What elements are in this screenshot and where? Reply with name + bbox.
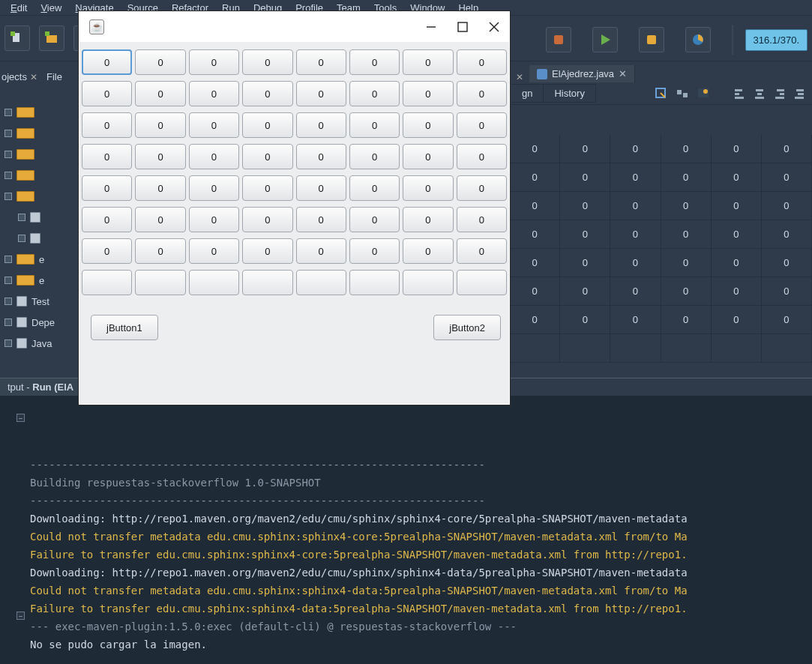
chess-cell-button[interactable]: 0 — [189, 81, 239, 106]
chess-cell-button[interactable]: 0 — [189, 112, 239, 138]
projects-tab-label[interactable]: ojects — [1, 71, 27, 82]
chess-cell-button[interactable]: 0 — [189, 175, 239, 201]
designer-cell[interactable] — [560, 334, 610, 363]
designer-cell[interactable]: 0 — [762, 249, 812, 277]
build-button[interactable] — [546, 27, 571, 52]
designer-cell[interactable]: 0 — [762, 220, 812, 249]
chess-cell-button[interactable]: 0 — [457, 49, 507, 75]
tree-item[interactable]: e — [0, 249, 78, 270]
chess-cell-button[interactable]: 0 — [296, 49, 346, 75]
chess-cell-button[interactable]: 0 — [82, 238, 132, 264]
chess-cell-button[interactable]: 0 — [349, 81, 400, 106]
designer-cell[interactable]: 0 — [661, 135, 712, 163]
expand-toggle-icon[interactable] — [18, 235, 25, 242]
designer-cell[interactable]: 0 — [610, 192, 661, 220]
align-right2-icon[interactable] — [793, 88, 805, 100]
chess-cell-button[interactable]: 0 — [242, 81, 292, 106]
designer-cell[interactable]: 0 — [510, 220, 560, 249]
window-titlebar[interactable]: ☕ — [79, 11, 510, 42]
chess-cell-button[interactable]: 0 — [457, 112, 507, 138]
chess-cell-button[interactable] — [403, 270, 453, 295]
designer-cell[interactable]: 0 — [661, 277, 712, 306]
preview-icon[interactable] — [697, 87, 710, 100]
designer-cell[interactable]: 0 — [510, 192, 560, 220]
designer-cell[interactable]: 0 — [610, 306, 661, 334]
designer-cell[interactable]: 0 — [661, 306, 712, 334]
designer-cell[interactable]: 0 — [610, 277, 661, 306]
chess-cell-button[interactable]: 0 — [403, 49, 453, 75]
chess-cell-button[interactable]: 0 — [82, 81, 132, 106]
chess-cell-button[interactable]: 0 — [242, 144, 292, 169]
designer-cell[interactable]: 0 — [560, 163, 610, 192]
designer-cell[interactable]: 0 — [762, 135, 812, 163]
designer-cell[interactable]: 0 — [560, 135, 610, 163]
minimize-button[interactable] — [426, 22, 436, 32]
chess-cell-button[interactable]: 0 — [189, 144, 239, 169]
designer-cell[interactable]: 0 — [560, 192, 610, 220]
design-view-tab[interactable]: gn — [511, 84, 544, 103]
designer-cell[interactable]: 0 — [510, 135, 560, 163]
chess-cell-button[interactable]: 0 — [349, 49, 400, 75]
chess-cell-button[interactable]: 0 — [242, 175, 292, 201]
tree-item[interactable] — [0, 186, 78, 207]
align-left-icon[interactable] — [734, 88, 746, 100]
expand-toggle-icon[interactable] — [18, 214, 25, 221]
designer-cell[interactable]: 0 — [712, 249, 762, 277]
output-console[interactable]: − − ------------------------------------… — [0, 396, 812, 664]
connection-mode-icon[interactable] — [676, 87, 689, 100]
chess-cell-button[interactable]: 0 — [403, 207, 453, 232]
maximize-button[interactable] — [457, 22, 468, 32]
chess-cell-button[interactable]: 0 — [135, 81, 185, 106]
chess-cell-button[interactable]: 0 — [403, 175, 453, 201]
designer-cell[interactable]: 0 — [560, 306, 610, 334]
new-project-button[interactable] — [39, 25, 64, 51]
menu-view[interactable]: View — [34, 1, 67, 15]
chess-cell-button[interactable]: 0 — [457, 81, 507, 106]
close-icon[interactable]: ✕ — [516, 72, 523, 82]
chess-cell-button[interactable]: 0 — [135, 238, 185, 264]
chess-cell-button[interactable]: 0 — [349, 207, 400, 232]
designer-cell[interactable] — [762, 334, 812, 363]
designer-cell[interactable]: 0 — [762, 163, 812, 192]
designer-cell[interactable]: 0 — [560, 277, 610, 306]
chess-cell-button[interactable]: 0 — [457, 144, 507, 169]
designer-cell[interactable] — [661, 334, 712, 363]
tree-item[interactable]: e — [0, 270, 78, 291]
tree-item[interactable] — [0, 102, 78, 123]
chess-cell-button[interactable]: 0 — [403, 81, 453, 106]
designer-cell[interactable]: 0 — [712, 306, 762, 334]
tree-item[interactable] — [0, 165, 78, 186]
chess-cell-button[interactable]: 0 — [242, 112, 292, 138]
chess-cell-button[interactable]: 0 — [457, 175, 507, 201]
chess-cell-button[interactable]: 0 — [189, 238, 239, 264]
chess-cell-button[interactable]: 0 — [135, 207, 185, 232]
chess-cell-button[interactable]: 0 — [82, 175, 132, 201]
chess-cell-button[interactable]: 0 — [135, 112, 185, 138]
designer-cell[interactable]: 0 — [712, 277, 762, 306]
chess-cell-button[interactable]: 0 — [189, 207, 239, 232]
close-icon[interactable]: ✕ — [619, 68, 627, 79]
jbutton2[interactable]: jButton2 — [433, 315, 501, 340]
chess-cell-button[interactable]: 0 — [135, 144, 185, 169]
expand-toggle-icon[interactable] — [4, 109, 12, 116]
run-button[interactable] — [592, 27, 618, 52]
chess-cell-button[interactable]: 0 — [82, 144, 132, 169]
designer-cell[interactable] — [510, 334, 560, 363]
expand-toggle-icon[interactable] — [4, 256, 12, 263]
chess-cell-button[interactable]: 0 — [242, 49, 292, 75]
form-designer-grid[interactable]: 0000000000000000000000000000000000000000… — [510, 135, 812, 375]
chess-cell-button[interactable]: 0 — [457, 207, 507, 232]
chess-cell-button[interactable]: 0 — [296, 238, 346, 264]
tree-item[interactable] — [0, 123, 78, 144]
chess-cell-button[interactable]: 0 — [296, 81, 346, 106]
chess-cell-button[interactable]: 0 — [403, 112, 453, 138]
designer-cell[interactable]: 0 — [610, 163, 661, 192]
menu-edit[interactable]: Edit — [4, 1, 33, 15]
expand-toggle-icon[interactable] — [4, 151, 12, 158]
designer-cell[interactable]: 0 — [712, 220, 762, 249]
designer-cell[interactable]: 0 — [661, 163, 712, 192]
chess-cell-button[interactable]: 0 — [296, 144, 346, 169]
chess-cell-button[interactable]: 0 — [82, 112, 132, 138]
designer-cell[interactable]: 0 — [510, 249, 560, 277]
tree-item[interactable] — [0, 144, 78, 165]
